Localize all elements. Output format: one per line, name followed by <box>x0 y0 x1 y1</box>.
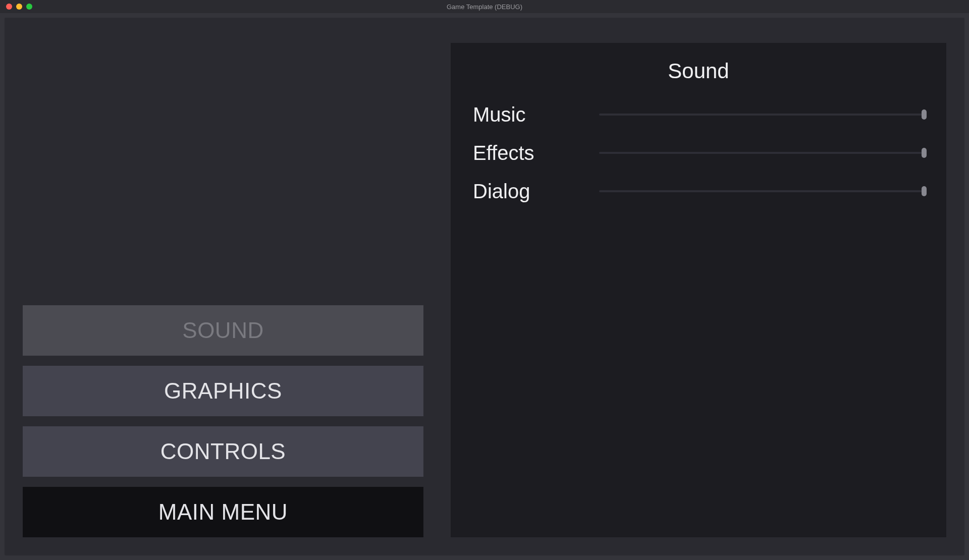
maximize-button[interactable] <box>26 4 32 10</box>
slider-row-music: Music <box>473 95 924 134</box>
music-slider[interactable] <box>599 114 924 116</box>
menu-button-label: SOUND <box>182 318 263 343</box>
dialog-slider[interactable] <box>599 190 924 192</box>
close-button[interactable] <box>6 4 12 10</box>
sound-panel: Sound Music Effects Dialog <box>451 43 946 537</box>
menu-buttons: SOUND GRAPHICS CONTROLS MAIN MENU <box>23 305 423 537</box>
slider-row-effects: Effects <box>473 134 924 172</box>
titlebar: Game Template (DEBUG) <box>0 0 969 13</box>
game-area: SOUND GRAPHICS CONTROLS MAIN MENU Sound … <box>5 18 964 555</box>
slider-thumb[interactable] <box>922 186 927 196</box>
window-title: Game Template (DEBUG) <box>447 3 522 11</box>
minimize-button[interactable] <box>16 4 22 10</box>
effects-slider[interactable] <box>599 152 924 154</box>
slider-label: Music <box>473 103 599 126</box>
menu-button-graphics[interactable]: GRAPHICS <box>23 366 423 416</box>
traffic-lights <box>0 4 32 10</box>
panel-title: Sound <box>473 59 924 83</box>
menu-button-controls[interactable]: CONTROLS <box>23 426 423 477</box>
slider-thumb[interactable] <box>922 148 927 158</box>
slider-row-dialog: Dialog <box>473 172 924 210</box>
menu-button-label: CONTROLS <box>160 439 286 464</box>
menu-button-label: GRAPHICS <box>164 378 282 404</box>
slider-label: Effects <box>473 142 599 164</box>
menu-button-sound[interactable]: SOUND <box>23 305 423 356</box>
slider-label: Dialog <box>473 180 599 203</box>
menu-button-label: MAIN MENU <box>158 499 288 525</box>
menu-button-main-menu[interactable]: MAIN MENU <box>23 487 423 537</box>
window-content: SOUND GRAPHICS CONTROLS MAIN MENU Sound … <box>0 13 969 560</box>
slider-thumb[interactable] <box>922 109 927 120</box>
